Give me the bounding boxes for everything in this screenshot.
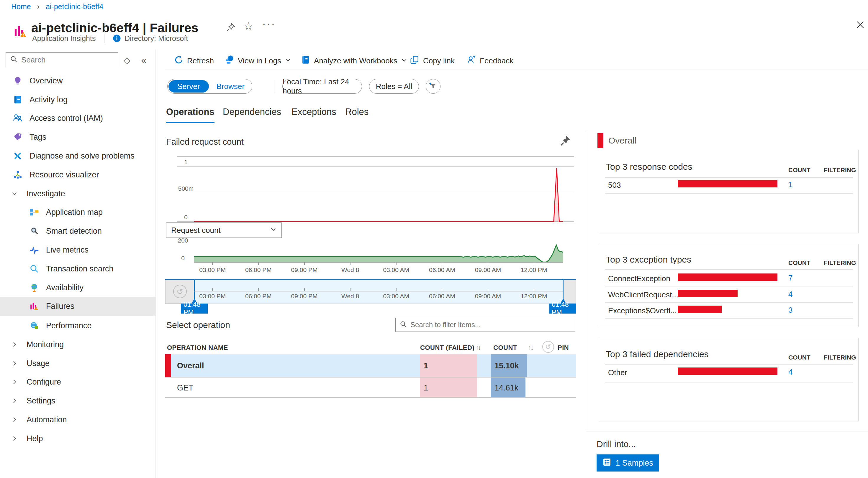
sidebar-item-smart-detection[interactable]: Smart detection: [0, 221, 155, 240]
row-count-link[interactable]: 4: [788, 368, 793, 377]
table-row-get[interactable]: GET 1 14.61k: [165, 377, 576, 398]
feedback-button[interactable]: Feedback: [467, 54, 514, 67]
drill-into-divider: [586, 431, 868, 432]
more-actions-icon[interactable]: ···: [262, 17, 276, 30]
card-title: Top 3 failed dependencies: [606, 349, 709, 359]
copy-link-button[interactable]: Copy link: [410, 54, 455, 67]
header-divider: [104, 34, 104, 43]
server-toggle-button[interactable]: Server: [168, 80, 209, 93]
sidebar-item-performance[interactable]: Performance: [0, 316, 155, 335]
y-tick-label: 500m: [174, 185, 198, 192]
row-count-link[interactable]: 1: [788, 180, 793, 189]
x-tick-label: 12:00 PM: [516, 293, 552, 300]
row-label: ConnectException: [608, 274, 670, 283]
failures-icon: [29, 301, 39, 311]
sidebar-item-live-metrics[interactable]: Live metrics: [0, 240, 155, 259]
sidebar-group-investigate[interactable]: Investigate: [0, 184, 155, 203]
row-count-link[interactable]: 7: [788, 273, 793, 283]
table-row-overall[interactable]: Overall 1 15.10k: [165, 354, 576, 377]
count-bar: [678, 273, 777, 281]
count-column-header: COUNT: [788, 259, 810, 266]
chevron-right-icon: [11, 435, 18, 442]
tab-exceptions[interactable]: Exceptions: [291, 107, 336, 122]
tab-operations[interactable]: Operations: [166, 107, 215, 122]
tab-dependencies[interactable]: Dependencies: [223, 107, 281, 122]
count-column-header: COUNT: [788, 167, 810, 174]
time-range-pill[interactable]: Local Time: Last 24 hours: [282, 79, 362, 94]
count-bar: [678, 180, 777, 187]
card-divider: [605, 318, 853, 318]
sidebar-group-automation[interactable]: Automation: [0, 410, 155, 429]
time-brush[interactable]: ↺ 03:00 PM06:00 PM09:00 PMWed 803:00 AM0…: [165, 279, 576, 304]
copy-link-icon: [410, 55, 420, 67]
sidebar-group-help[interactable]: Help: [0, 429, 155, 448]
breadcrumb-home-link[interactable]: Home: [11, 2, 31, 11]
sidebar-item-label: Live metrics: [46, 245, 89, 254]
breadcrumb-resource-link[interactable]: ai-petclinic-b6eff4: [46, 2, 103, 11]
card-top-failed-dependencies: Top 3 failed dependencies COUNT FILTERIN…: [599, 338, 859, 421]
sidebar-group-usage[interactable]: Usage: [0, 354, 155, 373]
sidebar-item-availability[interactable]: Availability: [0, 278, 155, 297]
col-count-failed[interactable]: COUNT (FAILED): [420, 344, 474, 351]
sidebar-item-overview[interactable]: Overview: [0, 71, 155, 90]
collapse-sidebar-icon[interactable]: «: [141, 55, 146, 66]
failed-request-chart[interactable]: 1 500m 0: [165, 153, 575, 226]
chevron-right-icon: [11, 341, 18, 348]
samples-button[interactable]: 1 Samples: [596, 454, 659, 472]
count-bar: [678, 368, 777, 375]
reset-selection-icon[interactable]: ↺: [542, 341, 554, 353]
browser-toggle-button[interactable]: Browser: [209, 82, 252, 91]
pin-chart-icon[interactable]: [559, 135, 571, 147]
breadcrumb-separator: ›: [37, 2, 39, 11]
sidebar-item-diagnose[interactable]: Diagnose and solve problems: [0, 146, 155, 165]
operation-name: GET: [177, 383, 193, 392]
row-label: 503: [608, 181, 621, 190]
request-count-chart[interactable]: 200 0 03:00 PM06:00 PM09:00 PMWed 803:00…: [165, 233, 575, 277]
roles-pill[interactable]: Roles = All: [369, 79, 419, 94]
count-failed-value: 1: [424, 361, 428, 370]
favorite-star-icon[interactable]: ☆: [244, 20, 253, 32]
x-tick-mark: [212, 262, 213, 265]
right-panel-divider: [586, 131, 586, 431]
sidebar-item-access-control[interactable]: Access control (IAM): [0, 109, 155, 128]
sidebar-item-transaction-search[interactable]: Transaction search: [0, 259, 155, 278]
view-in-logs-button[interactable]: View in Logs: [225, 54, 291, 67]
row-count-link[interactable]: 3: [788, 306, 793, 315]
x-tick-label: 06:00 AM: [424, 266, 460, 273]
x-tick-mark: [304, 288, 305, 291]
refresh-button[interactable]: Refresh: [174, 54, 214, 67]
count-column-header: COUNT: [788, 354, 810, 361]
sidebar-item-failures[interactable]: Failures: [0, 297, 155, 316]
col-pin: PIN: [558, 344, 569, 351]
close-icon[interactable]: [855, 20, 866, 30]
add-filter-button[interactable]: [426, 79, 440, 94]
tab-roles[interactable]: Roles: [345, 107, 369, 122]
sidebar-item-resource-visualizer[interactable]: Resource visualizer: [0, 165, 155, 184]
sidebar-group-settings[interactable]: Settings: [0, 391, 155, 410]
tools-icon: [12, 150, 23, 161]
sort-icon[interactable]: ↑↓: [475, 344, 480, 351]
filter-items-input[interactable]: [410, 321, 564, 329]
count-failed-cell: 1: [420, 354, 477, 377]
col-count[interactable]: COUNT: [493, 344, 517, 351]
dock-diamond-icon[interactable]: ◇: [124, 56, 130, 65]
resource-tree-icon: [12, 169, 23, 180]
sidebar-search-input[interactable]: [21, 56, 110, 65]
performance-icon: [29, 320, 39, 331]
chevron-down-icon: [285, 56, 291, 65]
col-operation-name[interactable]: OPERATION NAME: [167, 344, 228, 351]
sidebar-item-application-map[interactable]: Application map: [0, 203, 155, 221]
sidebar-search[interactable]: [6, 53, 118, 67]
sidebar-group-configure[interactable]: Configure: [0, 373, 155, 391]
row-count-link[interactable]: 4: [788, 290, 793, 299]
sort-icon[interactable]: ↑↓: [528, 344, 533, 351]
sidebar-group-label: Settings: [27, 396, 56, 406]
analyze-with-workbooks-button[interactable]: Analyze with Workbooks: [301, 54, 407, 67]
sidebar-item-tags[interactable]: Tags: [0, 128, 155, 146]
sidebar-group-monitoring[interactable]: Monitoring: [0, 335, 155, 354]
count-cell: 15.10k: [491, 354, 527, 377]
sidebar-item-activity-log[interactable]: Activity log: [0, 90, 155, 109]
filter-items-search[interactable]: [395, 318, 575, 332]
info-icon[interactable]: [113, 34, 121, 42]
pin-icon[interactable]: [226, 23, 236, 32]
